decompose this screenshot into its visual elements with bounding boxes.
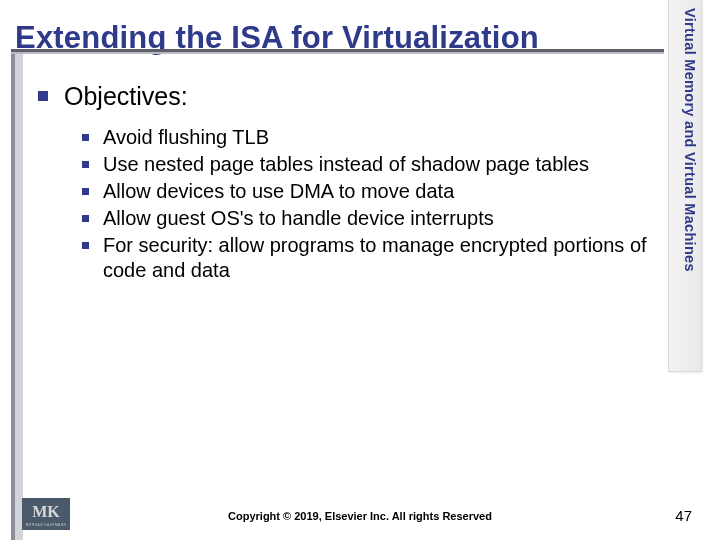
square-bullet-icon: [38, 91, 48, 101]
title-area: Extending the ISA for Virtualization: [11, 0, 664, 64]
list-item: Objectives:: [38, 82, 660, 111]
list-item: For security: allow programs to manage e…: [82, 233, 660, 283]
copyright-text: Copyright © 2019, Elsevier Inc. All righ…: [0, 510, 720, 522]
lvl2-text: Allow guest OS's to handle device interr…: [103, 206, 494, 231]
list-item: Allow devices to use DMA to move data: [82, 179, 660, 204]
title-underline-shadow: [11, 52, 664, 54]
square-bullet-icon: [82, 215, 89, 222]
lvl2-text: Avoid flushing TLB: [103, 125, 269, 150]
square-bullet-icon: [82, 242, 89, 249]
list-item: Avoid flushing TLB: [82, 125, 660, 150]
section-label: Virtual Memory and Virtual Machines: [672, 8, 698, 368]
lvl2-text: Use nested page tables instead of shadow…: [103, 152, 589, 177]
left-rail-inner: [11, 54, 15, 540]
list-item: Use nested page tables instead of shadow…: [82, 152, 660, 177]
lvl2-text: For security: allow programs to manage e…: [103, 233, 660, 283]
content-area: Objectives: Avoid flushing TLB Use neste…: [38, 82, 660, 285]
square-bullet-icon: [82, 161, 89, 168]
page-number: 47: [675, 507, 692, 524]
sublist: Avoid flushing TLB Use nested page table…: [82, 125, 660, 283]
lvl1-text: Objectives:: [64, 82, 188, 111]
logo-subtext: MORGAN KAUFMANN: [26, 523, 67, 527]
lvl2-text: Allow devices to use DMA to move data: [103, 179, 454, 204]
square-bullet-icon: [82, 134, 89, 141]
list-item: Allow guest OS's to handle device interr…: [82, 206, 660, 231]
square-bullet-icon: [82, 188, 89, 195]
